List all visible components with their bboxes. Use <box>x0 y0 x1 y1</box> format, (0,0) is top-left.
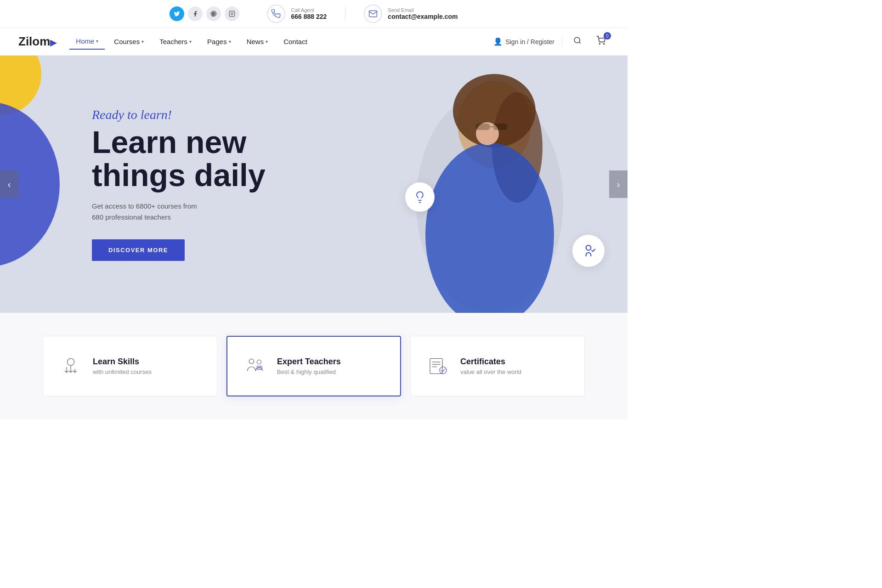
feature-card-certificates[interactable]: Certificates value all over the world <box>410 336 585 396</box>
top-bar-left <box>170 6 239 21</box>
feature-card-expert-teachers[interactable]: Expert Teachers Best & highly qualified <box>226 336 401 396</box>
hero-section: Ready to learn! Learn new things daily G… <box>0 56 628 313</box>
facebook-icon[interactable] <box>188 6 203 21</box>
svg-rect-0 <box>230 11 235 17</box>
certificates-icon <box>425 353 451 379</box>
discover-more-button[interactable]: DISCOVER MORE <box>92 239 185 261</box>
user-icon: 👤 <box>493 37 503 46</box>
search-button[interactable] <box>570 34 585 49</box>
courses-chevron: ▾ <box>141 39 144 44</box>
pages-chevron: ▾ <box>229 39 231 44</box>
nav-item-pages[interactable]: Pages ▾ <box>201 34 237 49</box>
feature-card-learn-skills[interactable]: Learn Skills with unlimited courses <box>43 336 217 396</box>
certificates-subtitle: value all over the world <box>460 368 521 375</box>
svg-point-4 <box>599 44 600 45</box>
call-agent: Call Agent 666 888 222 <box>267 5 327 23</box>
expert-teachers-title: Expert Teachers <box>277 357 341 367</box>
svg-point-25 <box>257 360 261 364</box>
hero-image <box>352 56 628 313</box>
svg-rect-15 <box>493 124 507 130</box>
social-icons <box>170 6 239 21</box>
call-label: Call Agent <box>291 7 327 13</box>
sign-in-button[interactable]: 👤 Sign in / Register <box>493 37 554 46</box>
svg-point-2 <box>574 37 580 43</box>
call-value: 666 888 222 <box>291 13 327 20</box>
home-chevron: ▾ <box>96 39 98 44</box>
learn-skills-title: Learn Skills <box>93 357 152 367</box>
top-bar-right: Call Agent 666 888 222 Send Email contac… <box>267 5 458 23</box>
cart-badge: 0 <box>604 32 611 40</box>
svg-point-19 <box>586 245 591 250</box>
svg-point-20 <box>68 359 74 366</box>
nav-item-teachers[interactable]: Teachers ▾ <box>153 34 198 49</box>
certificates-title: Certificates <box>460 357 521 367</box>
features-section: Learn Skills with unlimited courses Expe… <box>0 313 628 419</box>
logo[interactable]: Zilom▶ <box>18 34 57 49</box>
expert-teachers-subtitle: Best & highly qualified <box>277 368 341 375</box>
nav-left: Zilom▶ Home ▾ Courses ▾ Teachers ▾ Pages… <box>18 34 314 50</box>
svg-rect-14 <box>476 124 490 130</box>
email-value: contact@example.com <box>388 13 458 20</box>
slider-next-button[interactable]: › <box>609 170 628 198</box>
nav-links: Home ▾ Courses ▾ Teachers ▾ Pages ▾ News… <box>69 34 314 50</box>
news-chevron: ▾ <box>266 39 268 44</box>
instagram-icon[interactable] <box>225 6 239 21</box>
phone-icon <box>267 5 285 23</box>
float-bulb-icon <box>405 182 435 212</box>
twitter-icon[interactable] <box>170 6 184 21</box>
top-bar: Call Agent 666 888 222 Send Email contac… <box>0 0 628 28</box>
svg-point-33 <box>440 367 447 374</box>
nav-divider <box>562 37 562 46</box>
nav-item-news[interactable]: News ▾ <box>240 34 275 49</box>
send-email: Send Email contact@example.com <box>364 5 458 23</box>
pinterest-icon[interactable] <box>206 6 221 21</box>
hero-title: Learn new things daily <box>92 126 266 192</box>
nav-item-contact[interactable]: Contact <box>277 34 314 49</box>
nav-item-courses[interactable]: Courses ▾ <box>107 34 150 49</box>
learn-skills-subtitle: with unlimited courses <box>93 368 152 375</box>
email-label: Send Email <box>388 7 458 13</box>
contact-divider <box>345 7 345 21</box>
svg-point-5 <box>604 44 605 45</box>
hero-content: Ready to learn! Learn new things daily G… <box>0 107 266 261</box>
nav-right: 👤 Sign in / Register 0 <box>493 34 609 49</box>
float-person-icon <box>572 235 605 267</box>
cart-button[interactable]: 0 <box>593 34 609 49</box>
email-icon <box>364 5 382 23</box>
hero-subtitle: Get access to 6800+ courses from680 prof… <box>92 201 266 223</box>
slider-prev-button[interactable]: ‹ <box>0 170 18 198</box>
nav-item-home[interactable]: Home ▾ <box>69 34 105 50</box>
learn-skills-icon <box>58 353 84 379</box>
navbar: Zilom▶ Home ▾ Courses ▾ Teachers ▾ Pages… <box>0 28 628 56</box>
teachers-chevron: ▾ <box>189 39 192 44</box>
expert-teachers-icon <box>242 353 268 379</box>
svg-point-24 <box>249 359 254 364</box>
svg-line-3 <box>579 42 580 43</box>
hero-tagline: Ready to learn! <box>92 107 266 122</box>
svg-rect-29 <box>430 359 442 374</box>
